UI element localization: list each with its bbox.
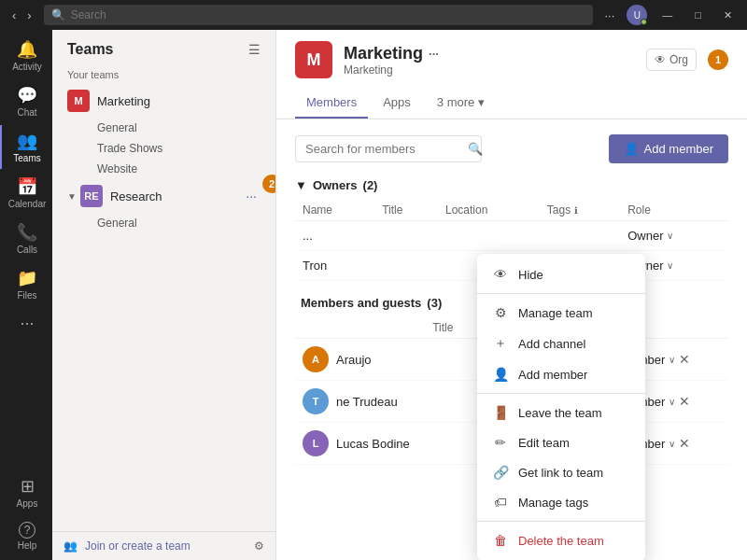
org-button[interactable]: 👁 Org [646,49,697,71]
remove-member-button-3[interactable]: ✕ [679,436,690,451]
channel-item-research-general[interactable]: General [56,213,272,233]
col-role: Role [620,200,728,221]
close-button[interactable]: ✕ [716,7,740,23]
role-chevron[interactable]: ∨ [667,260,673,271]
add-member-icon: 👤 [492,367,509,382]
menu-item-label: Delete the team [518,534,604,548]
get-link-icon: 🔗 [492,465,509,480]
owner-title-1 [374,221,438,251]
tab-apps[interactable]: Apps [372,88,422,119]
col-location: Location [438,200,540,221]
col-title-m: Title [425,317,473,339]
team-more-icon[interactable]: ··· [429,47,439,61]
filter-icon[interactable]: ☰ [248,42,261,57]
add-member-button[interactable]: 👤 Add member [609,134,728,163]
tab-bar: Members Apps 3 more ▾ [295,88,728,119]
nav-arrows: ‹ › [7,7,36,24]
manage-team-icon: ⚙ [492,305,509,320]
sidebar-item-apps[interactable]: ⊞ Apps [0,470,52,514]
search-icon: 🔍 [468,142,483,156]
delete-team-icon: 🗑 [492,533,509,548]
join-team-button[interactable]: 👥 Join or create a team ⚙ [52,531,275,560]
expand-icon: ▼ [67,191,77,202]
menu-item-hide[interactable]: 👁 Hide [477,259,645,289]
owner-tags-1 [540,221,620,251]
team-header-bar: M Marketing ··· Marketing 👁 Org 1 Member… [276,30,747,119]
role-chevron[interactable]: ∨ [669,397,675,407]
role-chevron[interactable]: ∨ [667,231,673,241]
teams-panel-title: Teams [67,41,114,58]
apps-icon: ⊞ [21,476,35,497]
menu-item-label: Add channel [518,337,585,351]
research-team-name: Research [110,189,242,203]
research-avatar: RE [80,185,103,207]
member-name-3: L Lucas Bodine [295,423,425,465]
channel-item-website[interactable]: Website [56,159,272,179]
menu-item-manage-team[interactable]: ⚙ Manage team [477,298,645,328]
owners-chevron: ▼ [295,178,307,192]
sidebar-item-files[interactable]: 📁 Files [0,262,52,306]
minimize-button[interactable]: — [655,7,680,22]
sidebar-item-label: Activity [12,62,42,72]
role-label: Owner [627,229,663,243]
forward-button[interactable]: › [22,7,35,24]
menu-item-label: Leave the team [518,406,602,420]
join-team-label: Join or create a team [85,539,190,553]
marketing-avatar: M [67,90,90,112]
tab-members[interactable]: Members [295,88,368,119]
team-list: M Marketing ··· General Trade Shows Webs… [52,84,275,531]
teams-panel: Teams ☰ Your teams M Marketing ··· Gener… [52,30,276,560]
menu-item-manage-tags[interactable]: 🏷 Manage tags [477,487,645,517]
menu-item-label: Add member [518,368,587,382]
research-more-button[interactable]: ··· [242,187,261,205]
team-name-text: Marketing [344,44,423,63]
sidebar-item-more[interactable]: ··· [0,308,52,339]
maximize-button[interactable]: □ [687,7,709,22]
menu-item-add-channel[interactable]: ＋ Add channel [477,328,645,359]
team-item-marketing[interactable]: M Marketing ··· [56,84,272,118]
search-bar[interactable]: 🔍 [44,5,593,25]
settings-icon[interactable]: ⚙ [254,539,264,553]
sidebar-item-chat[interactable]: 💬 Chat [0,79,52,123]
role-chevron[interactable]: ∨ [669,355,675,365]
menu-item-edit-team[interactable]: ✏ Edit team [477,427,645,457]
chat-icon: 💬 [17,85,37,105]
annotation-badge-2: 2 [262,175,275,193]
calls-icon: 📞 [17,222,37,243]
sidebar-item-teams[interactable]: 👥 Teams [0,125,52,169]
owners-section-header[interactable]: ▼ Owners (2) [295,178,728,192]
search-input[interactable] [71,8,585,21]
back-button[interactable]: ‹ [7,7,21,24]
remove-member-button-1[interactable]: ✕ [679,352,690,367]
avatar[interactable]: U [627,5,647,25]
channel-item-general[interactable]: General [56,118,272,138]
menu-item-delete-team[interactable]: 🗑 Delete the team [477,525,645,555]
owner-location-1 [438,221,540,251]
sidebar-item-help[interactable]: ? Help [0,516,52,556]
menu-divider-3 [477,521,645,522]
sidebar-item-calls[interactable]: 📞 Calls [0,217,52,260]
member-name-text-1: Araujo [336,353,372,367]
channel-item-tradeshows[interactable]: Trade Shows [56,138,272,159]
org-icon: 👁 [655,53,666,66]
team-item-research[interactable]: ▼ RE Research ··· 2 [56,179,272,213]
menu-item-leave-team[interactable]: 🚪 Leave the team [477,398,645,427]
edit-team-icon: ✏ [492,435,509,450]
more-options-icon[interactable]: ··· [600,7,620,24]
leave-team-icon: 🚪 [492,405,509,420]
search-members-box[interactable]: 🔍 [295,135,482,162]
menu-item-add-member[interactable]: 👤 Add member [477,359,645,389]
members-toolbar: 🔍 👤 Add member [295,134,728,163]
remove-member-button-2[interactable]: ✕ [679,394,690,409]
role-chevron[interactable]: ∨ [669,439,675,449]
team-header-name: Marketing ··· [344,44,635,63]
sidebar-item-calendar[interactable]: 📅 Calendar [0,171,52,215]
online-status [641,19,647,25]
tags-info-icon: ℹ [574,205,578,216]
member-name-text-3: Lucas Bodine [336,437,410,451]
menu-item-get-link[interactable]: 🔗 Get link to team [477,457,645,487]
tags-col-label: Tags [547,203,571,217]
search-members-input[interactable] [305,142,462,156]
tab-more[interactable]: 3 more ▾ [426,88,496,119]
sidebar-item-activity[interactable]: 🔔 Activity [0,34,52,77]
